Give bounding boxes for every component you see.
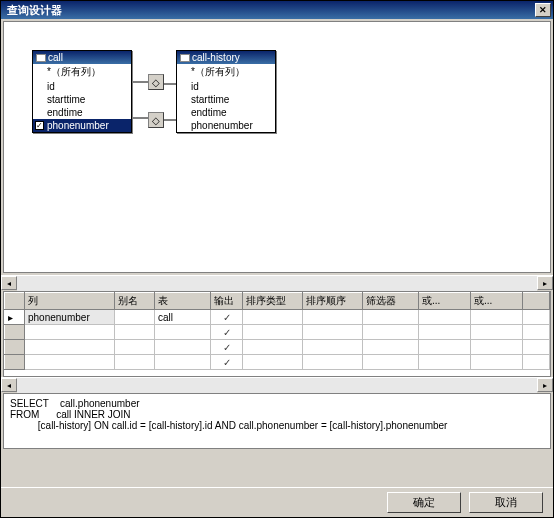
cell-output[interactable]: ✓ — [211, 325, 243, 340]
sql-pane[interactable]: SELECT call.phonenumber FROM call INNER … — [3, 393, 551, 449]
scroll-track[interactable] — [17, 276, 537, 291]
scroll-right-icon[interactable]: ▸ — [537, 276, 553, 290]
client-area: ◇ ◇ call *（所有列） id starttime endtime ✓ph… — [1, 19, 553, 517]
scroll-left-icon[interactable]: ◂ — [1, 378, 17, 392]
table-call-history[interactable]: call-history *（所有列） id starttime endtime… — [176, 50, 276, 133]
scroll-track[interactable] — [17, 378, 537, 393]
col-header[interactable]: 筛选器 — [363, 293, 419, 310]
col-header[interactable] — [523, 293, 550, 310]
cell-sortorder[interactable] — [303, 310, 363, 325]
table-call[interactable]: call *（所有列） id starttime endtime ✓phonen… — [32, 50, 132, 133]
grid-row[interactable]: ✓ — [5, 340, 550, 355]
grid-header-row: 列 别名 表 输出 排序类型 排序顺序 筛选器 或... 或... — [5, 293, 550, 310]
ok-button[interactable]: 确定 — [387, 492, 461, 513]
table-row[interactable]: *（所有列） — [177, 64, 275, 80]
titlebar: 查询设计器 ✕ — [1, 1, 553, 19]
cell-output[interactable]: ✓ — [211, 340, 243, 355]
table-columns: *（所有列） id starttime endtime phonenumber — [177, 64, 275, 132]
row-selector[interactable]: ▸ — [5, 310, 25, 325]
table-name: call-history — [192, 52, 240, 63]
col-header[interactable]: 排序类型 — [243, 293, 303, 310]
table-columns: *（所有列） id starttime endtime ✓phonenumber — [33, 64, 131, 132]
grid-row[interactable]: ▸ phonenumber call ✓ — [5, 310, 550, 325]
close-icon[interactable]: ✕ — [535, 3, 551, 17]
criteria-grid[interactable]: 列 别名 表 输出 排序类型 排序顺序 筛选器 或... 或... ▸ phon… — [4, 292, 550, 370]
cancel-button[interactable]: 取消 — [469, 492, 543, 513]
corner-cell — [5, 293, 25, 310]
cell-filter[interactable] — [363, 310, 419, 325]
table-header[interactable]: call-history — [177, 51, 275, 64]
grid-icon — [36, 54, 46, 62]
join-node-icon[interactable]: ◇ — [148, 74, 164, 90]
col-header[interactable]: 别名 — [115, 293, 155, 310]
criteria-grid-pane: 列 别名 表 输出 排序类型 排序顺序 筛选器 或... 或... ▸ phon… — [3, 291, 551, 377]
table-header[interactable]: call — [33, 51, 131, 64]
row-selector[interactable] — [5, 325, 25, 340]
table-row[interactable]: starttime — [177, 93, 275, 106]
col-header[interactable]: 列 — [25, 293, 115, 310]
table-row[interactable]: endtime — [33, 106, 131, 119]
cell-or[interactable] — [419, 310, 471, 325]
table-row[interactable]: id — [33, 80, 131, 93]
scroll-right-icon[interactable]: ▸ — [537, 378, 553, 392]
col-header[interactable]: 或... — [419, 293, 471, 310]
cell-sorttype[interactable] — [243, 310, 303, 325]
table-row[interactable]: starttime — [33, 93, 131, 106]
scroll-left-icon[interactable]: ◂ — [1, 276, 17, 290]
button-bar: 确定 取消 — [1, 487, 553, 517]
table-row[interactable]: *（所有列） — [33, 64, 131, 80]
col-header[interactable]: 表 — [155, 293, 211, 310]
cell-output[interactable]: ✓ — [211, 310, 243, 325]
table-row[interactable]: endtime — [177, 106, 275, 119]
join-node-icon[interactable]: ◇ — [148, 112, 164, 128]
col-header[interactable]: 排序顺序 — [303, 293, 363, 310]
row-selector[interactable] — [5, 355, 25, 370]
table-name: call — [48, 52, 63, 63]
cell-output[interactable]: ✓ — [211, 355, 243, 370]
window-title: 查询设计器 — [3, 3, 62, 18]
spacer — [1, 449, 553, 487]
diagram-scrollbar[interactable]: ◂ ▸ — [1, 275, 553, 291]
grid-icon — [180, 54, 190, 62]
table-row[interactable]: phonenumber — [177, 119, 275, 132]
diagram-pane[interactable]: ◇ ◇ call *（所有列） id starttime endtime ✓ph… — [3, 21, 551, 273]
col-header[interactable]: 输出 — [211, 293, 243, 310]
cell-column[interactable]: phonenumber — [25, 310, 115, 325]
grid-row[interactable]: ✓ — [5, 325, 550, 340]
col-header[interactable]: 或... — [471, 293, 523, 310]
grid-scrollbar[interactable]: ◂ ▸ — [1, 377, 553, 393]
check-icon: ✓ — [35, 121, 44, 130]
table-row[interactable]: id — [177, 80, 275, 93]
cell-table[interactable]: call — [155, 310, 211, 325]
cell-or[interactable] — [471, 310, 523, 325]
table-row[interactable]: ✓phonenumber — [33, 119, 131, 132]
row-selector[interactable] — [5, 340, 25, 355]
grid-row[interactable]: ✓ — [5, 355, 550, 370]
cell-alias[interactable] — [115, 310, 155, 325]
